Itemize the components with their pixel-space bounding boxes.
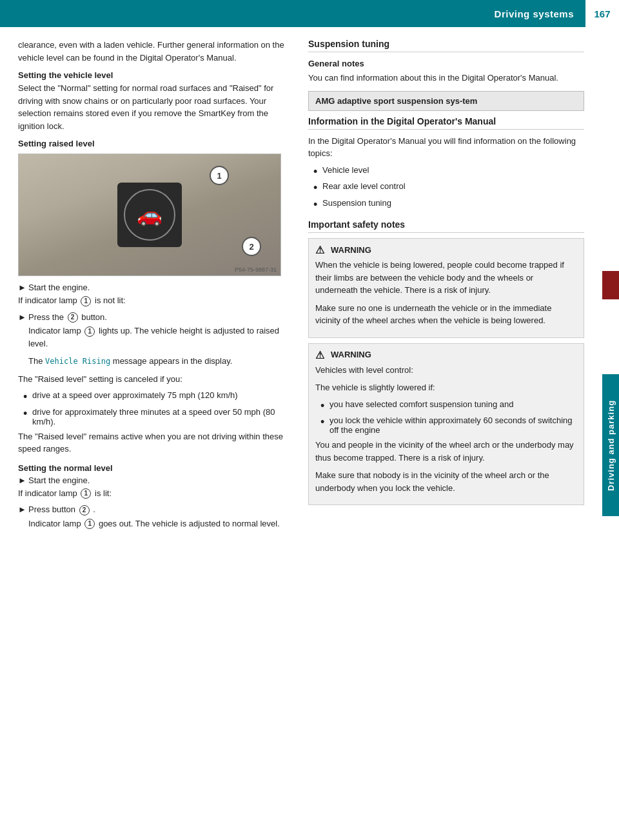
side-tab-label: Driving and parking bbox=[602, 374, 619, 516]
step-start-engine-2: ► Start the engine. bbox=[18, 475, 285, 485]
digital-bullet-2: • Rear axle level control bbox=[308, 181, 584, 195]
circle-num-2a: 2 bbox=[68, 312, 78, 323]
intro-text: clearance, even with a laden vehicle. Fu… bbox=[18, 39, 285, 64]
callout-1: 1 bbox=[210, 166, 229, 185]
bullet-dot-2: • bbox=[23, 407, 32, 426]
image-inner: 🚗 1 2 P54-75-9887-31 bbox=[19, 154, 280, 275]
section-vehicle-level-heading: Setting the vehicle level bbox=[18, 70, 285, 80]
amg-box: AMG adaptive sport suspension sys-tem bbox=[308, 91, 584, 111]
canceled-intro: The "Raised level" setting is canceled i… bbox=[18, 373, 285, 386]
callout-2: 2 bbox=[242, 237, 261, 256]
bullet-dot-4: • bbox=[313, 181, 322, 195]
section-rule-1 bbox=[308, 52, 584, 52]
circle-outline bbox=[124, 189, 175, 241]
digital-manual-heading: Information in the Digital Operator's Ma… bbox=[308, 116, 584, 126]
step-press-button-text: Press button 2 . bbox=[28, 505, 95, 515]
canceled-bullet-1: • drive at a speed over approximately 75… bbox=[18, 390, 285, 405]
bullet-dot-6: • bbox=[320, 399, 329, 414]
arrow-sym-4: ► bbox=[18, 505, 28, 515]
section-rule-2 bbox=[308, 129, 584, 130]
section-rule-3 bbox=[308, 232, 584, 233]
digital-bullet-1: • Vehicle level bbox=[308, 165, 584, 179]
digital-bullet-3: • Suspension tuning bbox=[308, 198, 584, 212]
circle-num-3: 1 bbox=[81, 488, 91, 499]
code-vehicle-rising: Vehicle Rising bbox=[45, 357, 110, 366]
right-column: Suspension tuning General notes You can … bbox=[297, 39, 593, 535]
arrow-sym-3: ► bbox=[18, 475, 28, 485]
header-title: Driving systems bbox=[495, 8, 574, 19]
bullet-dot-3: • bbox=[313, 165, 322, 179]
warning-triangle-1: ⚠ bbox=[315, 244, 327, 255]
general-notes-body: You can find information about this in t… bbox=[308, 72, 584, 85]
vehicle-image: 🚗 1 2 P54-75-9887-31 bbox=[18, 154, 281, 276]
digital-manual-intro: In the Digital Operator's Manual you wil… bbox=[308, 135, 584, 160]
warning-box-1: ⚠ WARNING When the vehicle is being lowe… bbox=[308, 238, 584, 338]
page-number: 167 bbox=[585, 0, 619, 27]
section-normal-level-heading: Setting the normal level bbox=[18, 463, 285, 473]
circle-num-5: 1 bbox=[84, 519, 95, 529]
step-press-2-text: Press the 2 button. bbox=[28, 312, 107, 323]
warning-2-bullet-1: • you have selected comfort suspension t… bbox=[315, 399, 577, 414]
circle-num-4: 2 bbox=[79, 505, 90, 515]
remains-text: The "Raised level" remains active when y… bbox=[18, 430, 285, 455]
circle-num-1b: 1 bbox=[84, 326, 95, 337]
step-press-button: ► Press button 2 . bbox=[18, 505, 285, 515]
warning-2-body2: Make sure that nobody is in the vicinity… bbox=[315, 469, 577, 494]
side-marker bbox=[602, 271, 619, 299]
warning-2-sub: The vehicle is slightly lowered if: bbox=[315, 381, 577, 394]
warning-2-bullet-2: • you lock the vehicle within approximat… bbox=[315, 415, 577, 435]
bullet-dot-7: • bbox=[320, 415, 329, 435]
safety-notes-heading: Important safety notes bbox=[308, 219, 584, 230]
general-notes-heading: General notes bbox=[308, 59, 584, 68]
content-area: clearance, even with a laden vehicle. Fu… bbox=[0, 27, 619, 535]
left-column: clearance, even with a laden vehicle. Fu… bbox=[0, 39, 297, 535]
step-press-2-detail2: The Vehicle Rising message appears in th… bbox=[18, 355, 285, 368]
warning-2-intro: Vehicles with level control: bbox=[315, 364, 577, 377]
section-raised-level-heading: Setting raised level bbox=[18, 139, 285, 148]
image-credit: P54-75-9887-31 bbox=[235, 266, 277, 273]
bullet-dot-1: • bbox=[23, 390, 32, 405]
step-press-2-detail1: Indicator lamp 1 lights up. The vehicle … bbox=[18, 325, 285, 350]
if-indicator-lamp-1: If indicator lamp 1 is not lit: bbox=[18, 294, 285, 307]
amg-box-title: AMG adaptive sport suspension sys-tem bbox=[315, 96, 477, 106]
arrow-sym-2: ► bbox=[18, 312, 28, 323]
warning-triangle-2: ⚠ bbox=[315, 349, 327, 361]
step-press-2: ► Press the 2 button. bbox=[18, 312, 285, 323]
arrow-sym-1: ► bbox=[18, 283, 28, 292]
canceled-bullet-2: • drive for approximately three minutes … bbox=[18, 407, 285, 426]
warning-box-2: ⚠ WARNING Vehicles with level control: T… bbox=[308, 343, 584, 506]
circle-num-1: 1 bbox=[81, 296, 91, 306]
step-start-engine-2-text: Start the engine. bbox=[28, 475, 90, 485]
step-start-engine-1-text: Start the engine. bbox=[28, 283, 90, 292]
warning-title-1: ⚠ WARNING bbox=[315, 244, 577, 255]
device-box: 🚗 bbox=[117, 183, 182, 247]
warning-title-2: ⚠ WARNING bbox=[315, 349, 577, 361]
suspension-tuning-heading: Suspension tuning bbox=[308, 39, 584, 49]
if-indicator-lamp-2: If indicator lamp 1 is lit: bbox=[18, 487, 285, 500]
step-start-engine-1: ► Start the engine. bbox=[18, 283, 285, 292]
header-bar: Driving systems 167 bbox=[0, 0, 619, 27]
warning-1-body1: When the vehicle is being lowered, peopl… bbox=[315, 259, 577, 297]
warning-1-body2: Make sure no one is underneath the vehic… bbox=[315, 302, 577, 327]
warning-2-body1: You and people in the vicinity of the wh… bbox=[315, 439, 577, 464]
step-press-button-detail: Indicator lamp 1 goes out. The vehicle i… bbox=[18, 517, 285, 530]
section-vehicle-level-body: Select the "Normal" setting for normal r… bbox=[18, 82, 285, 132]
bullet-dot-5: • bbox=[313, 198, 322, 212]
